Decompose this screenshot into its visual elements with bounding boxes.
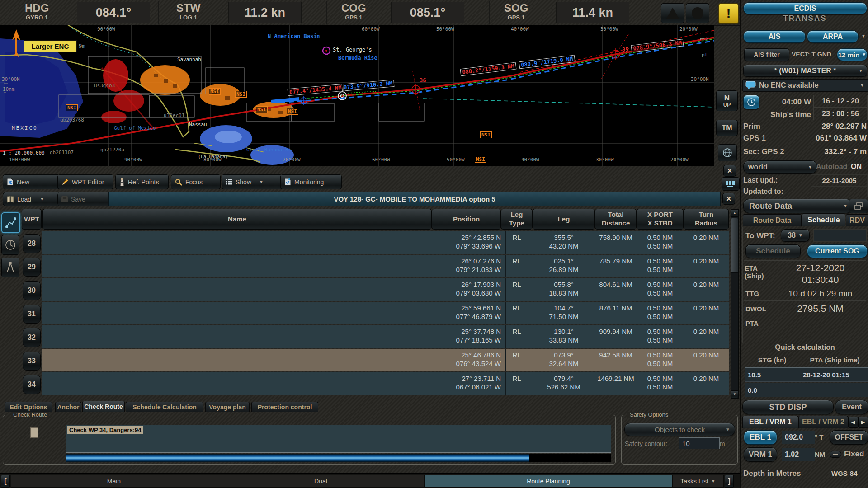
offset-button[interactable]: OFFSET: [830, 430, 868, 445]
taskbar-right-bracket-button[interactable]: ]: [725, 475, 734, 488]
vrm-value-input[interactable]: 1.02: [782, 448, 815, 461]
clock-button[interactable]: [743, 95, 760, 109]
stg-input[interactable]: 10.5: [745, 367, 802, 382]
table-row[interactable]: 30 26° 17.903 N079° 03.680 W RL 055.8°18…: [22, 278, 729, 302]
vect-time-dropdown[interactable]: 12 min ▼: [837, 48, 868, 61]
load-button[interactable]: Load ▼: [3, 192, 61, 206]
tab-edit-options[interactable]: Edit Options: [5, 402, 52, 412]
globe-button[interactable]: [718, 144, 737, 161]
chevron-down-icon[interactable]: ▼: [861, 34, 866, 38]
cell-total-distance: 758.90 NM: [595, 231, 637, 254]
scroll-up-button[interactable]: ▲: [731, 209, 738, 217]
wpt-editor-button[interactable]: WPT Editor: [57, 174, 113, 189]
route-close-button[interactable]: ×: [722, 193, 735, 205]
objects-to-check-dropdown[interactable]: Objects to check ▼: [624, 423, 735, 436]
taskbar-main[interactable]: Main: [11, 475, 217, 488]
col-header-wpt[interactable]: WPT: [22, 209, 42, 230]
chart-region-dropdown[interactable]: world ▼: [743, 160, 817, 174]
scroll-thumb[interactable]: [731, 218, 738, 273]
safety-contour-input[interactable]: 10: [679, 437, 720, 449]
sidebar-tab-rdv[interactable]: RDV: [846, 214, 868, 226]
to-wpt-dropdown[interactable]: 38 ▼: [781, 229, 810, 242]
wpt-number-button[interactable]: 29: [23, 258, 41, 277]
save-button[interactable]: Save: [57, 192, 113, 206]
tasks-list-dropdown[interactable]: Tasks List ▼: [672, 475, 724, 488]
schedule-button[interactable]: Schedule: [745, 244, 801, 258]
chart-edge-id: es2: [700, 36, 709, 42]
arpa-button[interactable]: ARPA: [807, 30, 859, 43]
tab-anchor[interactable]: Anchor: [55, 402, 81, 412]
wpt-number-button[interactable]: 33: [23, 352, 41, 371]
pta-input-2[interactable]: [800, 383, 868, 397]
wpt-number-button[interactable]: 31: [23, 305, 41, 324]
chart-close-button[interactable]: ×: [723, 165, 736, 177]
table-row[interactable]: 28 25° 42.855 N079° 33.696 W RL 355.5°43…: [22, 231, 729, 255]
panel-select-dropdown[interactable]: Route Data ▼: [743, 199, 853, 213]
focus-button[interactable]: Focus: [171, 174, 221, 189]
detach-panel-button[interactable]: [849, 199, 868, 213]
taskbar-route-planning[interactable]: Route Planning: [425, 475, 672, 488]
pta-input[interactable]: 28-12-20 01:15: [800, 367, 868, 382]
table-row[interactable]: 29 26° 07.276 N079° 21.033 W RL 025.1°26…: [22, 255, 729, 278]
col-header-position[interactable]: Position: [432, 209, 501, 230]
wpt-number-button[interactable]: 32: [23, 328, 41, 347]
taskbar-dual[interactable]: Dual: [217, 475, 425, 488]
sidebar-tab-schedule[interactable]: Schedule: [802, 213, 845, 226]
col-header-total-distance[interactable]: Total Distance: [595, 209, 637, 230]
bearing-tool-button[interactable]: [1, 235, 19, 255]
vrm1-button[interactable]: VRM 1: [744, 447, 777, 462]
col-header-leg-type[interactable]: Leg Type: [501, 209, 533, 230]
monitoring-button[interactable]: Monitoring: [280, 174, 342, 189]
event-button[interactable]: Event: [835, 400, 868, 414]
ebl1-button[interactable]: EBL 1: [744, 430, 777, 445]
ebl-value-input[interactable]: 092.0: [782, 431, 815, 444]
ais-button[interactable]: AIS: [743, 30, 806, 43]
tab-check-route[interactable]: Check Route: [82, 401, 125, 412]
master-dropdown[interactable]: * (W01) MASTER * ▼: [743, 65, 867, 77]
nsi-target-label: NSI: [235, 91, 247, 98]
ref-points-button[interactable]: Ref. Points: [115, 174, 169, 189]
north-up-button[interactable]: N UP: [716, 90, 738, 111]
wpt-number-button[interactable]: 34: [23, 375, 41, 394]
ais-filter-button[interactable]: AIS filter: [744, 48, 789, 61]
table-row-selected[interactable]: 33 25° 46.786 N076° 43.524 W RL 073.9°32…: [22, 349, 729, 372]
table-row[interactable]: 32 25° 37.748 N077° 18.165 W RL 130.1°33…: [22, 325, 729, 349]
std-disp-button[interactable]: STD DISP: [742, 400, 834, 414]
divider-tool-button[interactable]: [1, 258, 19, 277]
target-mode-button[interactable]: [686, 3, 709, 23]
ebl-vrm-1-tab[interactable]: EBL / VRM 1: [742, 416, 798, 428]
check-results-list[interactable]: Check WP 34, Dangers:94: [66, 425, 611, 453]
new-button[interactable]: New: [3, 174, 60, 189]
ecdis-button[interactable]: ECDIS: [743, 2, 867, 14]
table-row[interactable]: 31 25° 59.661 N077° 46.879 W RL 104.7°71…: [22, 302, 729, 325]
tab-schedule-calculation[interactable]: Schedule Calculation: [126, 402, 203, 412]
chart-area[interactable]: Larger ENC 9m 90°00W 60°00W 50°00W 40°00…: [0, 25, 714, 166]
tm-button[interactable]: TM: [716, 120, 738, 136]
wpt-number-button[interactable]: 28: [23, 234, 41, 253]
fixed-toggle[interactable]: [830, 451, 841, 458]
ebl-vrm-2-tab[interactable]: EBL / VRM 2: [798, 416, 848, 428]
alarm-button[interactable]: !: [718, 3, 739, 24]
col-header-turn-radius[interactable]: Turn Radius: [684, 209, 729, 230]
taskbar-left-bracket-button[interactable]: [: [1, 475, 10, 488]
enc-status-bar[interactable]: No ENC available ▼: [742, 79, 868, 92]
col-header-xte[interactable]: X PORT X STBD: [637, 209, 684, 230]
table-scrollbar[interactable]: ▲ ▼: [731, 209, 739, 399]
col-header-leg[interactable]: Leg: [533, 209, 595, 230]
ebl-tab-prev-button[interactable]: ◀: [848, 417, 858, 428]
show-button[interactable]: Show ▼: [222, 174, 282, 189]
tab-protection-control[interactable]: Protection control: [251, 402, 318, 412]
col-header-name[interactable]: Name: [42, 209, 432, 230]
current-sog-button[interactable]: Current SOG: [807, 244, 868, 258]
stg-input-2[interactable]: 0.0: [745, 383, 802, 397]
sail-mode-button[interactable]: [661, 3, 684, 23]
scroll-down-button[interactable]: ▼: [731, 390, 738, 398]
route-edit-tool-button[interactable]: [1, 212, 20, 233]
keyboard-button[interactable]: [722, 177, 740, 191]
wpt-number-button[interactable]: 30: [23, 281, 41, 300]
tab-voyage-plan[interactable]: Voyage plan: [205, 402, 250, 412]
larger-enc-badge[interactable]: Larger ENC: [24, 40, 77, 52]
ebl-tab-next-button[interactable]: ▶: [858, 417, 868, 428]
table-row[interactable]: 34 27° 23.711 N067° 06.021 W RL 079.4°52…: [22, 372, 729, 396]
sidebar-tab-route-data[interactable]: Route Data: [743, 214, 802, 226]
